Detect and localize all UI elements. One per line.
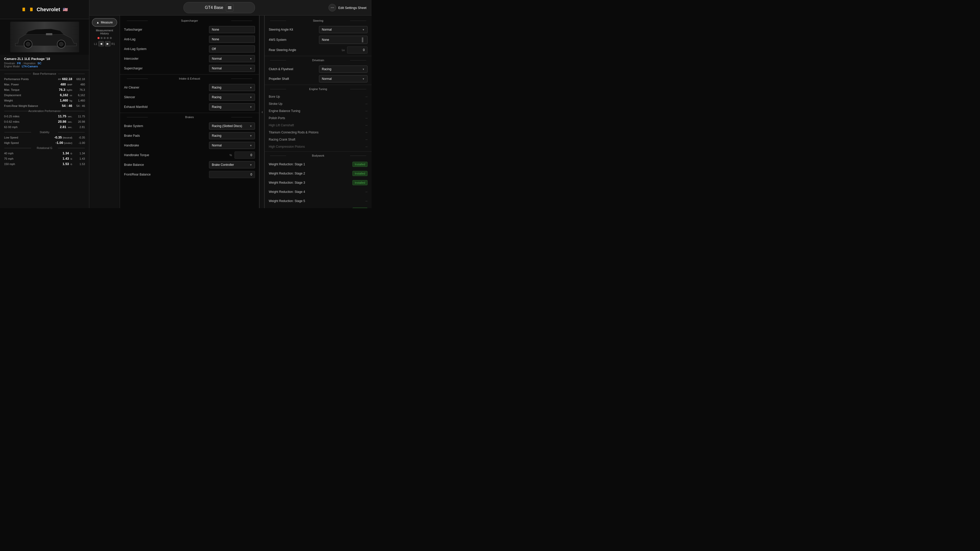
silencer-row: Silencer Racing ▼ <box>120 92 259 102</box>
quarter-row: 0-0.25 miles 11.75 sec. 11.75 <box>0 114 89 119</box>
silencer-dropdown[interactable]: Racing ▼ <box>209 94 255 101</box>
handbrake-torque-value[interactable]: 0 <box>234 151 255 159</box>
low-speed-label: Low Speed <box>4 136 54 139</box>
high-lift-label: High Lift Camshaft <box>269 124 366 127</box>
high-speed-compare: -1.00 <box>72 141 85 144</box>
clutch-value: Racing <box>322 67 331 71</box>
brake-pads-dropdown[interactable]: Racing ▼ <box>209 132 255 139</box>
angle-kit-label: Steering Angle Kit <box>269 28 319 32</box>
front-rear-control: 0 <box>209 171 255 178</box>
exhaust-dropdown[interactable]: Racing ▼ <box>209 103 255 110</box>
high-speed-row: High Speed -1.00 (Under) -1.00 <box>0 140 89 145</box>
measure-btn-label: Measure <box>101 21 113 24</box>
svg-rect-11 <box>228 7 231 8</box>
svg-rect-12 <box>228 8 231 9</box>
car-image <box>10 22 79 52</box>
angle-kit-dropdown[interactable]: Normal ▼ <box>319 26 368 33</box>
air-cleaner-arrow: ▼ <box>250 86 252 89</box>
four-ws-value: None <box>322 38 329 41</box>
displacement-value: 6,162 cc <box>57 93 72 97</box>
silencer-label: Silencer <box>124 95 209 99</box>
triangle-icon: ▲ <box>96 21 99 24</box>
stage2-badge: Installed <box>352 171 368 176</box>
antilag-system-dropdown[interactable]: Off <box>209 45 255 52</box>
settings-area: Supercharger Turbocharger None Anti-Lag … <box>120 16 372 208</box>
measure-panel: ▲ Measure Measurement History L1 ◀ ▶ R1 <box>89 16 120 208</box>
brake-system-row: Brake System Racing (Slotted Discs) ▼ <box>120 121 259 131</box>
pp-value: PP 682.18 <box>57 77 72 81</box>
four-ws-dropdown[interactable]: None ▌ <box>319 36 368 44</box>
engine-value: LT4-Camaro <box>22 65 38 68</box>
drivetrain-value: FR <box>17 62 21 65</box>
balance-compare: 54 : 46 <box>72 104 85 107</box>
clutch-dropdown[interactable]: Racing ▼ <box>319 65 368 73</box>
stage2-label: Weight Reduction: Stage 2 <box>269 171 352 175</box>
car-specs-basic: Camaro ZL1 1LE Package '18 Drivetrain FR… <box>0 55 89 70</box>
brake-balance-row: Brake Balance Brake Controller ▼ <box>120 160 259 170</box>
intercooler-control: Normal ▼ <box>209 55 255 62</box>
brake-balance-dropdown[interactable]: Brake Controller ▼ <box>209 161 255 168</box>
four-ws-row: 4WS System None ▌ <box>265 35 372 45</box>
car-image-container <box>0 19 89 55</box>
s150-compare: 1.53 <box>72 162 85 165</box>
svg-rect-3 <box>30 9 33 10</box>
brake-system-dropdown[interactable]: Racing (Slotted Discs) ▼ <box>209 122 255 130</box>
pp-compare: 682.18 <box>72 78 85 81</box>
weight-compare: 1,460 <box>72 99 85 102</box>
l1-label: L1 <box>94 42 97 45</box>
power-row: Max. Power 480 BHP 480 <box>0 82 89 87</box>
intercooler-label: Intercooler <box>124 57 209 60</box>
drivetrain-label: Drivetrain <box>4 62 15 65</box>
collapse-toggle[interactable]: ‹ <box>259 16 264 208</box>
car-silhouette-icon <box>10 22 79 52</box>
brake-balance-control: Brake Controller ▼ <box>209 161 255 168</box>
brake-system-control: Racing (Slotted Discs) ▼ <box>209 122 255 130</box>
next-btn[interactable]: ▶ <box>105 41 110 46</box>
supercharger-title: Supercharger <box>120 17 259 24</box>
brake-pads-value: Racing <box>212 134 221 138</box>
angle-kit-row: Steering Angle Kit Normal ▼ <box>265 25 372 35</box>
antilag-dropdown[interactable]: None <box>209 36 255 43</box>
engine-meta: Engine Model LT4-Camaro <box>4 65 85 68</box>
engine-balance-value: -- <box>366 109 368 113</box>
intercooler-dropdown[interactable]: Normal ▼ <box>209 55 255 62</box>
drivetrain-title: Drivetrain <box>265 57 372 63</box>
edit-settings-area: ··· Edit Settings Sheet <box>328 4 366 11</box>
bore-up-label: Bore Up <box>269 95 366 98</box>
power-value: 480 BHP <box>57 83 72 86</box>
prev-btn[interactable]: ◀ <box>98 41 104 46</box>
four-ws-cursor: ▌ <box>362 38 365 42</box>
turbocharger-value: None <box>212 28 219 32</box>
car-selector[interactable]: GT4 Base <box>183 2 255 13</box>
more-options-btn[interactable]: ··· <box>328 4 336 11</box>
svg-rect-2 <box>22 9 25 10</box>
dot-2 <box>103 37 106 39</box>
stage5-value: -- <box>366 199 368 203</box>
compression-row: High Compression Pistons -- <box>265 143 372 150</box>
top-bar: GT4 Base ··· Edit Settings Sheet <box>89 0 372 16</box>
handbrake-torque-unit: % <box>229 154 232 157</box>
turbocharger-dropdown[interactable]: None <box>209 26 255 33</box>
angle-kit-arrow: ▼ <box>362 28 365 31</box>
rear-angle-label: Rear Steering Angle <box>269 48 342 52</box>
car-name: Camaro ZL1 1LE Package '18 <box>4 57 85 61</box>
power-label: Max. Power <box>4 83 57 86</box>
rear-angle-value[interactable]: 0 <box>347 46 368 54</box>
propeller-dropdown[interactable]: Normal ▼ <box>319 75 368 83</box>
engine-balance-label: Engine Balance Tuning <box>269 109 366 113</box>
selector-menu-btn[interactable] <box>226 4 234 11</box>
half-label: 0-0.62 miles <box>4 120 57 123</box>
measure-button[interactable]: ▲ Measure <box>92 18 117 27</box>
front-rear-value[interactable]: 0 <box>209 171 255 178</box>
stage4-value: -- <box>366 190 368 194</box>
high-lift-value: -- <box>366 124 368 127</box>
supercharger-dropdown[interactable]: Normal ▼ <box>209 65 255 72</box>
stability-section-title: Stability <box>0 130 89 135</box>
edit-btn-label: Edit Settings Sheet <box>338 6 366 10</box>
air-cleaner-dropdown[interactable]: Racing ▼ <box>209 84 255 91</box>
handbrake-dropdown[interactable]: Normal ▼ <box>209 142 255 149</box>
high-speed-label: High Speed <box>4 141 56 144</box>
stage1-label: Weight Reduction: Stage 1 <box>269 162 352 166</box>
intake-exhaust-title: Intake & Exhaust <box>120 76 259 82</box>
engine-balance-row: Engine Balance Tuning -- <box>265 107 372 114</box>
